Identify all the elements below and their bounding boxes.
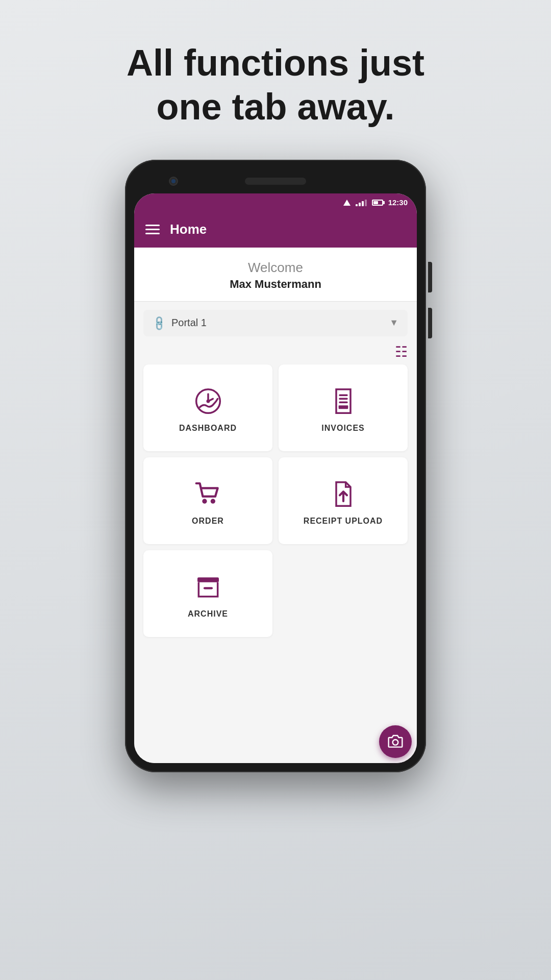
battery-icon [372,200,383,206]
welcome-greeting: Welcome [144,260,407,276]
phone-notch [134,169,417,193]
invoices-icon [329,387,358,415]
order-label: ORDER [192,517,224,526]
battery-fill [373,201,379,204]
menu-card-invoices[interactable]: INVOICES [279,364,408,451]
volume-up-button[interactable] [428,262,432,292]
svg-point-6 [393,740,398,745]
phone-screen: 12:30 Home Welcome Max Mustermann 🔗 Port… [134,193,417,763]
order-icon [194,480,222,508]
welcome-section: Welcome Max Mustermann [134,248,417,302]
dashboard-icon [194,387,222,415]
grid-view-icon[interactable]: ☷ [395,344,408,360]
page-headline: All functions just one tab away. [97,41,454,129]
app-bar-title: Home [170,222,207,237]
chevron-down-icon: ▼ [389,317,398,328]
svg-point-1 [206,399,210,403]
menu-grid: DASHBOARD INVOICES [134,364,417,637]
camera-fab-button[interactable] [379,725,412,758]
menu-card-archive[interactable]: ARCHIVE [143,550,272,637]
phone-speaker [245,178,306,185]
svg-rect-5 [197,577,219,582]
app-bar: Home [134,212,417,248]
phone-shell: 12:30 Home Welcome Max Mustermann 🔗 Port… [125,160,426,772]
status-time: 12:30 [388,198,408,207]
wifi-icon [343,200,350,206]
portal-selector[interactable]: 🔗 Portal 1 ▼ [143,310,408,336]
content-area: Welcome Max Mustermann 🔗 Portal 1 ▼ ☷ [134,248,417,763]
link-icon: 🔗 [150,314,168,332]
volume-down-button[interactable] [428,308,432,338]
portal-name: Portal 1 [171,317,389,329]
user-name: Max Mustermann [144,278,407,291]
receipt-upload-label: RECEIPT UPLOAD [304,517,383,526]
menu-card-order[interactable]: ORDER [143,457,272,544]
invoices-label: INVOICES [321,424,364,433]
menu-card-receipt-upload[interactable]: RECEIPT UPLOAD [279,457,408,544]
svg-rect-2 [338,405,348,409]
menu-button[interactable] [145,225,160,234]
camera-icon [387,733,404,750]
status-bar: 12:30 [134,193,417,212]
grid-controls: ☷ [134,336,417,364]
archive-icon [194,573,222,601]
dashboard-label: DASHBOARD [179,424,237,433]
signal-icon [356,199,367,206]
front-camera [169,177,178,186]
menu-card-dashboard[interactable]: DASHBOARD [143,364,272,451]
archive-label: ARCHIVE [188,609,228,619]
svg-point-3 [202,499,207,503]
receipt-upload-icon [329,480,358,508]
svg-point-4 [210,499,215,503]
